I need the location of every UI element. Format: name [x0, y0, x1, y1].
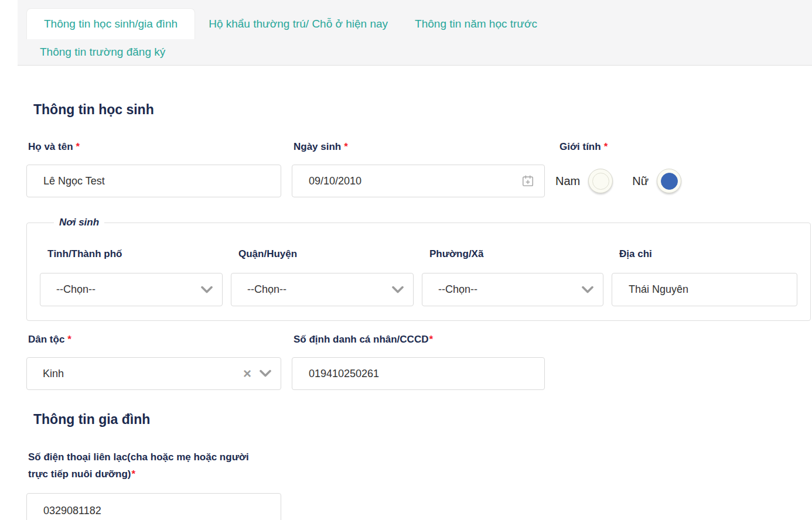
required-asterisk: *	[132, 468, 136, 480]
ward-select[interactable]: --Chọn--	[422, 273, 603, 306]
tab-student-family-info[interactable]: Thông tin học sinh/gia đình	[26, 8, 195, 39]
dob-field: Ngày sinh*	[292, 141, 545, 197]
family-info-section-title: Thông tin gia đình	[26, 412, 797, 427]
calendar-icon[interactable]	[521, 175, 534, 187]
dob-input[interactable]	[292, 165, 545, 197]
province-label: Tỉnh/Thành phố	[40, 248, 223, 260]
district-select-value: --Chọn--	[247, 283, 286, 296]
tab-bar: Thông tin học sinh/gia đình Hộ khẩu thườ…	[18, 0, 812, 66]
chevron-down-icon	[260, 370, 271, 378]
address-label: Địa chỉ	[612, 248, 797, 260]
gender-option-label: Nam	[555, 175, 580, 188]
full-name-input[interactable]	[26, 165, 281, 197]
tab-previous-school-year[interactable]: Thông tin năm học trước	[401, 8, 551, 39]
form-content: Thông tin học sinh Họ và tên* Ngày sinh*	[0, 102, 812, 520]
personal-id-field: Số định danh cá nhân/CCCD*	[292, 334, 545, 390]
required-asterisk: *	[429, 334, 433, 345]
radio-button-nam[interactable]	[588, 169, 613, 193]
ward-select-value: --Chọn--	[438, 283, 477, 296]
dob-label: Ngày sinh*	[292, 141, 545, 153]
birthplace-fieldset: Nơi sinh Tỉnh/Thành phố --Chọn-- Quận/Hu…	[26, 217, 811, 321]
ward-label: Phường/Xã	[422, 248, 603, 260]
province-field: Tỉnh/Thành phố --Chọn--	[40, 248, 223, 306]
tab-label: Thông tin học sinh/gia đình	[44, 18, 178, 30]
tab-label: Hộ khẩu thường trú/ Chỗ ở hiện nay	[209, 18, 388, 30]
ethnicity-select-value: Kinh	[43, 368, 64, 380]
gender-option-nu[interactable]: Nữ	[632, 169, 681, 193]
full-name-label: Họ và tên*	[26, 141, 281, 153]
personal-id-label: Số định danh cá nhân/CCCD*	[292, 334, 545, 345]
district-label: Quận/Huyện	[231, 248, 414, 260]
tab-label: Thông tin năm học trước	[415, 18, 537, 30]
tab-label: Thông tin trường đăng ký	[40, 46, 165, 59]
province-select[interactable]: --Chọn--	[40, 273, 223, 306]
address-field: Địa chỉ	[612, 248, 797, 306]
gender-field: Giới tính* Nam Nữ	[555, 141, 797, 197]
student-main-row: Họ và tên* Ngày sinh*	[26, 141, 797, 197]
required-asterisk: *	[67, 334, 71, 345]
gender-label: Giới tính*	[555, 141, 797, 153]
district-select[interactable]: --Chọn--	[231, 273, 414, 306]
birthplace-legend: Nơi sinh	[54, 217, 104, 228]
district-field: Quận/Huyện --Chọn--	[231, 248, 414, 306]
birthplace-grid: Tỉnh/Thành phố --Chọn-- Quận/Huyện --Chọ…	[40, 248, 797, 306]
full-name-field: Họ và tên*	[26, 141, 281, 197]
ethnicity-label: Dân tộc*	[26, 334, 281, 345]
radio-button-nu[interactable]	[657, 169, 681, 193]
required-asterisk: *	[76, 141, 80, 153]
address-input[interactable]	[612, 273, 797, 306]
gender-option-nam[interactable]: Nam	[555, 169, 613, 193]
gender-option-label: Nữ	[632, 175, 649, 188]
ward-field: Phường/Xã --Chọn--	[422, 248, 603, 306]
tab-registered-school[interactable]: Thông tin trường đăng ký	[40, 46, 165, 59]
province-select-value: --Chọn--	[56, 283, 95, 296]
tab-household-residence[interactable]: Hộ khẩu thường trú/ Chỗ ở hiện nay	[195, 8, 401, 39]
gender-radio-group: Nam Nữ	[555, 165, 797, 197]
required-asterisk: *	[344, 141, 348, 153]
chevron-down-icon	[201, 286, 213, 293]
required-asterisk: *	[604, 141, 608, 153]
phone-label: Số điện thoại liên lạc(cha hoặc mẹ hoặc …	[26, 449, 261, 483]
tab-row-1: Thông tin học sinh/gia đình Hộ khẩu thườ…	[18, 8, 812, 39]
personal-id-input[interactable]	[292, 357, 545, 390]
chevron-down-icon	[582, 286, 593, 293]
clear-icon[interactable]: ×	[243, 367, 251, 381]
ethnicity-field: Dân tộc* Kinh ×	[26, 334, 281, 390]
ethnicity-select[interactable]: Kinh ×	[26, 357, 281, 390]
chevron-down-icon	[392, 286, 404, 293]
student-info-section-title: Thông tin học sinh	[26, 102, 797, 118]
tab-row-2: Thông tin trường đăng ký	[18, 39, 812, 65]
phone-input[interactable]	[26, 493, 281, 520]
ethnicity-cccd-row: Dân tộc* Kinh × Số định danh cá nhân/CCC…	[26, 334, 797, 390]
